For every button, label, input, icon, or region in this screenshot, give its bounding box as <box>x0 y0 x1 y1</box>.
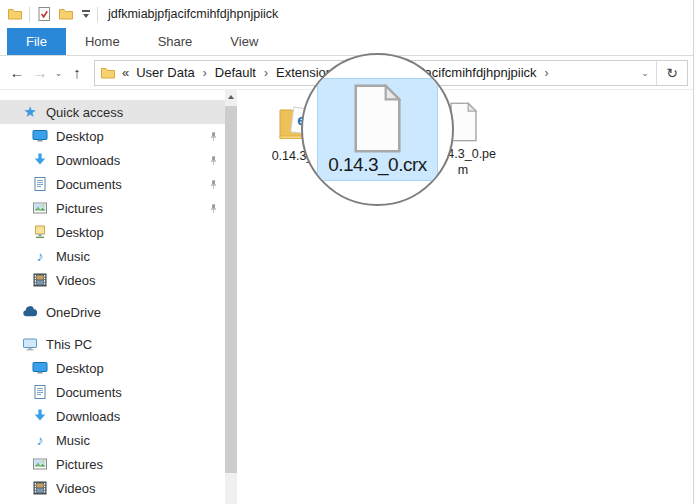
tab-view[interactable]: View <box>211 28 277 55</box>
pin-icon <box>208 131 219 142</box>
chevron-right-icon[interactable]: › <box>540 66 554 80</box>
forward-icon[interactable]: → <box>29 60 51 86</box>
desktop-folder-icon <box>32 224 48 240</box>
tab-file[interactable]: File <box>7 28 66 55</box>
new-folder-icon[interactable] <box>58 6 74 22</box>
magnifier-overlay: 0.14.3_0.crx <box>301 53 454 206</box>
ribbon-tab-bar: File Home Share View <box>0 28 693 56</box>
refresh-icon[interactable]: ↻ <box>657 65 687 81</box>
chevron-right-icon[interactable]: › <box>259 66 273 80</box>
window-folder-icon <box>7 6 23 22</box>
navigation-pane: ★ Quick access Desktop Downloads Documen… <box>0 90 237 504</box>
onedrive-cloud-icon <box>22 304 38 320</box>
breadcrumb-default[interactable]: Default <box>212 65 259 80</box>
this-pc-icon <box>22 336 38 352</box>
window-title: jdfkmiabjpfjacifcmihfdjhpnjpiick <box>108 7 278 21</box>
tab-home[interactable]: Home <box>66 28 139 55</box>
pictures-icon <box>32 200 48 216</box>
sidebar-item-downloads[interactable]: Downloads <box>0 148 237 172</box>
quick-access-star-icon: ★ <box>22 104 38 120</box>
file-explorer-window: jdfkmiabjpfjacifcmihfdjhpnjpiick File Ho… <box>0 0 694 504</box>
titlebar-divider <box>29 7 30 22</box>
tab-share[interactable]: Share <box>139 28 212 55</box>
pictures-icon <box>32 456 48 472</box>
sidebar-item-videos[interactable]: Videos <box>0 268 237 292</box>
sidebar-item-desktop[interactable]: Desktop <box>0 124 237 148</box>
sidebar-item-pc-pictures[interactable]: Pictures <box>0 452 237 476</box>
scrollbar-thumb[interactable] <box>225 106 237 473</box>
scroll-up-icon[interactable] <box>225 90 237 106</box>
titlebar-divider <box>97 7 98 22</box>
sidebar-item-pc-downloads[interactable]: Downloads <box>0 404 237 428</box>
documents-icon <box>32 176 48 192</box>
crx-file-icon <box>350 84 405 153</box>
desktop-icon <box>32 360 48 376</box>
magnified-file-label: 0.14.3_0.crx <box>328 154 427 176</box>
back-icon[interactable]: ← <box>6 60 28 86</box>
pin-icon <box>208 203 219 214</box>
documents-icon <box>32 384 48 400</box>
sidebar-item-quick-access[interactable]: ★ Quick access <box>0 100 237 124</box>
sidebar-scrollbar[interactable] <box>225 90 237 504</box>
pin-icon <box>208 155 219 166</box>
sidebar-item-music[interactable]: ♪ Music <box>0 244 237 268</box>
sidebar-item-desktop-2[interactable]: Desktop <box>0 220 237 244</box>
file-item-crx-magnified[interactable]: 0.14.3_0.crx <box>317 78 438 181</box>
videos-icon <box>32 272 48 288</box>
pin-icon <box>208 179 219 190</box>
sidebar-item-this-pc[interactable]: This PC <box>0 332 237 356</box>
music-note-icon: ♪ <box>32 432 48 448</box>
sidebar-item-documents[interactable]: Documents <box>0 172 237 196</box>
address-dropdown-icon[interactable]: ⌄ <box>634 68 656 78</box>
sidebar-item-pictures[interactable]: Pictures <box>0 196 237 220</box>
music-note-icon: ♪ <box>32 248 48 264</box>
properties-icon[interactable] <box>36 6 52 22</box>
history-dropdown-icon[interactable]: ⌄ <box>52 60 65 86</box>
sidebar-item-pc-desktop[interactable]: Desktop <box>0 356 237 380</box>
downloads-icon <box>32 408 48 424</box>
customize-quick-access-toolbar-icon[interactable] <box>80 10 91 18</box>
breadcrumb-user-data[interactable]: User Data <box>133 65 198 80</box>
videos-icon <box>32 480 48 496</box>
sidebar-item-pc-documents[interactable]: Documents <box>0 380 237 404</box>
address-folder-icon <box>100 65 116 81</box>
up-icon[interactable]: ↑ <box>66 60 88 86</box>
title-bar: jdfkmiabjpfjacifcmihfdjhpnjpiick <box>0 0 693 28</box>
chevron-right-icon[interactable]: › <box>198 66 212 80</box>
downloads-icon <box>32 152 48 168</box>
desktop-icon <box>32 128 48 144</box>
breadcrumb-overflow[interactable]: « <box>121 65 133 80</box>
sidebar-item-pc-music[interactable]: ♪ Music <box>0 428 237 452</box>
sidebar-item-pc-videos[interactable]: Videos <box>0 476 237 500</box>
sidebar-item-onedrive[interactable]: OneDrive <box>0 300 237 324</box>
